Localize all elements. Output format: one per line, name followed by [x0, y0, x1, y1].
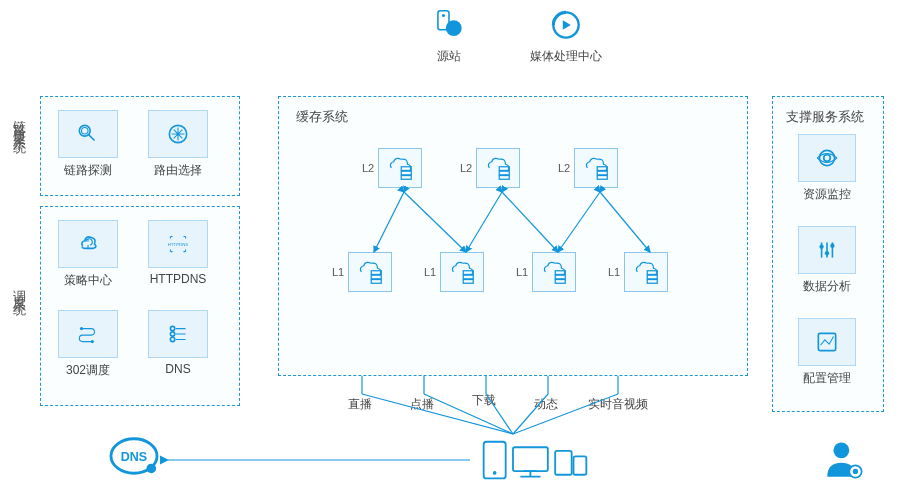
- svg-line-37: [466, 192, 502, 252]
- analysis-cell: [798, 226, 856, 274]
- svg-point-58: [824, 155, 831, 162]
- sched-section-title: 调度系统: [10, 280, 28, 296]
- svg-point-57: [819, 150, 834, 165]
- r302-label: 302调度: [58, 362, 118, 379]
- support-title: 支撑服务系统: [786, 108, 864, 126]
- r302-cell: [58, 310, 118, 358]
- monitor-label: 资源监控: [798, 186, 856, 203]
- dns-label: DNS: [148, 362, 208, 376]
- httpdns-label: HTTPDNS: [148, 272, 208, 286]
- media-center-icon: 媒体处理中心: [530, 6, 602, 65]
- dns-text: DNS: [121, 450, 147, 464]
- svg-line-36: [404, 192, 466, 252]
- svg-rect-53: [513, 447, 548, 471]
- dns-arrow: [160, 450, 480, 470]
- dns-node-icon: DNS: [105, 432, 163, 483]
- svg-point-8: [91, 340, 94, 343]
- svg-point-11: [170, 337, 174, 341]
- svg-text:HTTPDNS: HTTPDNS: [168, 242, 189, 247]
- route-cell: [148, 110, 208, 158]
- svg-line-49: [513, 394, 548, 434]
- devices-icon: [480, 438, 590, 487]
- monitor-cell: [798, 134, 856, 182]
- svg-point-68: [853, 469, 858, 474]
- svg-point-1: [446, 20, 462, 36]
- quality-section-title: 链路质量系统: [10, 110, 28, 134]
- svg-point-10: [170, 332, 174, 336]
- config-cell: [798, 318, 856, 366]
- svg-point-63: [825, 251, 829, 255]
- httpdns-cell: HTTPDNS: [148, 220, 208, 268]
- probe-cell: [58, 110, 118, 158]
- policy-cell: [58, 220, 118, 268]
- svg-point-64: [830, 244, 834, 248]
- svg-point-66: [833, 442, 849, 458]
- origin-label: 源站: [437, 48, 461, 65]
- svg-rect-55: [574, 456, 587, 474]
- svg-point-13: [146, 464, 156, 474]
- svg-line-50: [513, 394, 618, 434]
- svg-point-9: [170, 326, 174, 330]
- policy-label: 策略中心: [58, 272, 118, 289]
- svg-point-7: [80, 327, 83, 330]
- origin-icon: 源站: [430, 6, 468, 65]
- svg-point-2: [442, 14, 445, 17]
- svg-line-40: [600, 192, 650, 252]
- media-label: 媒体处理中心: [530, 48, 602, 65]
- route-label: 路由选择: [148, 162, 208, 179]
- svg-rect-54: [555, 451, 572, 475]
- svg-line-38: [502, 192, 558, 252]
- analysis-label: 数据分析: [798, 278, 856, 295]
- svg-point-52: [493, 471, 497, 475]
- mesh-lines: [278, 96, 748, 376]
- dns-cell: [148, 310, 208, 358]
- admin-icon: [822, 438, 866, 485]
- config-label: 配置管理: [798, 370, 856, 387]
- svg-line-35: [374, 192, 404, 252]
- probe-label: 链路探测: [58, 162, 118, 179]
- svg-line-39: [558, 192, 600, 252]
- svg-point-62: [819, 245, 823, 249]
